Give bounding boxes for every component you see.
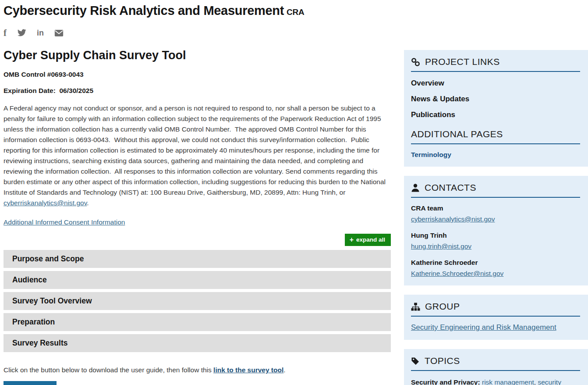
cra-email-link[interactable]: cyberriskanalytics@nist.gov (4, 199, 87, 207)
topics-header: TOPICS (411, 356, 580, 371)
social-links: f in (4, 29, 588, 37)
sidebar-item-news-updates[interactable]: News & Updates (411, 95, 580, 103)
sidebar-item-publications[interactable]: Publications (411, 111, 580, 119)
survey-tool-link[interactable]: link to the survey tool (213, 366, 283, 374)
sidebar-item-overview[interactable]: Overview (411, 79, 580, 88)
contact-entry-hung-trinh: Hung Trinh hung.trinh@nist.gov (411, 232, 580, 250)
contact-name: Hung Trinh (411, 232, 580, 239)
tag-icon (411, 356, 420, 365)
omb-control: OMB Control #0693-0043 (4, 71, 391, 78)
facebook-icon: f (4, 29, 7, 37)
chain-link-icon (411, 57, 420, 67)
consent-row: Additional Informed Consent Information (4, 218, 391, 226)
contact-email-link[interactable]: hung.trinh@nist.gov (411, 242, 471, 250)
prb-notice-text: A Federal agency may not conduct or spon… (4, 104, 387, 196)
linkedin-link[interactable]: in (37, 29, 44, 37)
project-links-title: PROJECT LINKS (425, 57, 500, 67)
topics-section: TOPICS Security and Privacy: risk manage… (404, 349, 588, 385)
group-section: GROUP Security Engineering and Risk Mana… (404, 295, 588, 340)
accordion-survey-tool-overview[interactable]: Survey Tool Overview (4, 292, 391, 310)
project-links-header: PROJECT LINKS (411, 57, 580, 72)
contact-name: CRA team (411, 204, 580, 212)
expand-all-button[interactable]: +expand all (345, 234, 391, 246)
group-link[interactable]: Security Engineering and Risk Management (411, 323, 556, 332)
topic-link-risk-management[interactable]: risk management (482, 378, 534, 385)
contact-entry-katherine-schroeder: Katherine Schroeder Katherine.Schroeder@… (411, 259, 580, 278)
accordion-preparation[interactable]: Preparation (4, 313, 391, 331)
topic-category: Security and Privacy: (411, 378, 482, 385)
contacts-title: CONTACTS (425, 182, 476, 193)
expand-row: +expand all (4, 234, 391, 246)
accordion-audience[interactable]: Audience (4, 271, 391, 289)
page-title: Cyber Supply Chain Survey Tool (4, 49, 391, 62)
download-instruction: Click on the button below to download th… (4, 365, 391, 375)
linkedin-icon: in (37, 29, 44, 37)
accordion-purpose-and-scope[interactable]: Purpose and Scope (4, 250, 391, 268)
sidebar-item-terminology[interactable]: Terminology (411, 151, 451, 159)
prb-notice-paragraph: A Federal agency may not conduct or spon… (4, 103, 391, 208)
site-acronym: CRA (287, 7, 304, 17)
additional-pages-header: ADDITIONAL PAGES (411, 129, 580, 144)
sitemap-icon (411, 303, 420, 311)
accordion-list: Purpose and Scope Audience Survey Tool O… (4, 250, 391, 352)
group-title: GROUP (425, 301, 460, 312)
contact-name: Katherine Schroeder (411, 259, 580, 267)
contact-entry-cra-team: CRA team cyberriskanalytics@nist.gov (411, 204, 580, 223)
prb-notice-period: . (87, 199, 89, 207)
expiration-date: Expiration Date: 06/30/2025 (4, 87, 391, 95)
expand-all-label: expand all (356, 236, 385, 243)
download-instruction-period: . (283, 366, 285, 374)
page-header: Cybersecurity Risk Analytics and Measure… (4, 4, 588, 37)
facebook-link[interactable]: f (4, 29, 7, 37)
download-instruction-text: Click on the button below to download th… (4, 366, 213, 374)
contacts-header: CONTACTS (411, 182, 580, 198)
contacts-section: CONTACTS CRA team cyberriskanalytics@nis… (404, 176, 588, 285)
person-icon (411, 183, 420, 192)
topics-title: TOPICS (425, 356, 460, 366)
project-links-nav: Overview News & Updates Publications (411, 72, 580, 119)
twitter-icon (17, 29, 26, 37)
content-row: Cyber Supply Chain Survey Tool OMB Contr… (4, 38, 588, 385)
envelope-icon (54, 29, 64, 37)
email-share-link[interactable] (54, 29, 64, 37)
plus-icon: + (350, 237, 354, 242)
group-header: GROUP (411, 301, 580, 317)
informed-consent-link[interactable]: Additional Informed Consent Information (4, 218, 125, 226)
accordion-survey-results[interactable]: Survey Results (4, 334, 391, 352)
site-title-text: Cybersecurity Risk Analytics and Measure… (4, 4, 284, 18)
main-content: Cyber Supply Chain Survey Tool OMB Contr… (4, 38, 391, 385)
project-links-section: PROJECT LINKS Overview News & Updates Pu… (404, 50, 588, 167)
contact-email-link[interactable]: Katherine.Schroeder@nist.gov (411, 270, 503, 278)
sidebar: PROJECT LINKS Overview News & Updates Pu… (404, 50, 588, 385)
contact-email-link[interactable]: cyberriskanalytics@nist.gov (411, 215, 495, 223)
site-title: Cybersecurity Risk Analytics and Measure… (4, 4, 588, 18)
twitter-link[interactable] (17, 29, 26, 37)
download-button[interactable]: Download (4, 381, 57, 385)
topics-line: Security and Privacy: risk management, s… (411, 377, 580, 385)
page: Cybersecurity Risk Analytics and Measure… (0, 0, 588, 385)
